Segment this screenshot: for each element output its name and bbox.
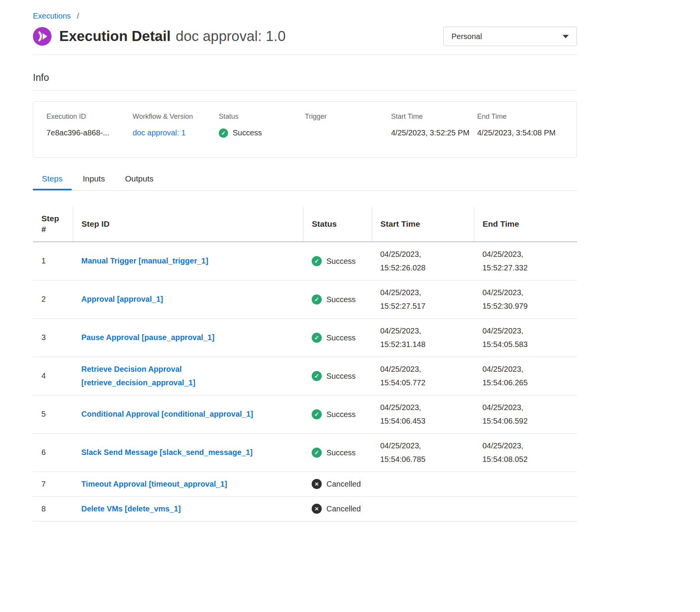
end-time-value: 4/25/2023, 3:54:08 PM	[477, 127, 557, 139]
workspace-dropdown-value: Personal	[451, 32, 482, 41]
info-label: End Time	[477, 113, 557, 121]
step-status-label: Success	[326, 410, 356, 419]
tab-inputs[interactable]: Inputs	[74, 174, 114, 190]
step-status-label: Success	[326, 256, 356, 266]
step-id-link[interactable]: Slack Send Message [slack_send_message_1…	[81, 448, 252, 456]
step-id-link[interactable]: Pause Approval [pause_approval_1]	[81, 333, 214, 342]
step-id-link[interactable]: Delete VMs [delete_vms_1]	[81, 504, 181, 513]
step-num-cell: 6	[33, 433, 73, 472]
status-value: Success	[233, 127, 262, 139]
tab-steps[interactable]: Steps	[33, 174, 72, 190]
step-id-link[interactable]: Manual Trigger [manual_trigger_1]	[81, 256, 208, 265]
steps-table: Step # Step ID Status Start Time End Tim…	[33, 207, 577, 521]
step-end-time	[474, 472, 577, 496]
success-check-icon	[312, 448, 322, 458]
page-content: Executions / Execution Detail doc approv…	[33, 0, 577, 521]
info-label: Status	[219, 113, 298, 121]
success-check-icon	[312, 256, 322, 266]
step-num-cell: 3	[33, 318, 73, 357]
info-divider	[33, 90, 577, 91]
step-id-link[interactable]: Approval [approval_1]	[81, 295, 163, 303]
step-end-time: 04/25/2023, 15:54:08.052	[474, 433, 577, 472]
step-status-label: Success	[326, 371, 356, 381]
step-start-time: 04/25/2023, 15:52:26.028	[372, 242, 474, 280]
step-status-label: Success	[326, 333, 356, 342]
step-end-time: 04/25/2023, 15:54:06.592	[474, 395, 577, 433]
workflow-version-link[interactable]: doc approval: 1	[133, 128, 186, 137]
tab-steps-label: Steps	[42, 174, 63, 183]
table-row: 5 Conditional Approval [conditional_appr…	[33, 395, 577, 433]
column-header-status: Status	[303, 207, 372, 242]
info-label: Workflow & Version	[133, 113, 212, 121]
cancelled-x-icon	[312, 504, 322, 514]
info-status: Status Success	[219, 113, 305, 146]
step-end-time: 04/25/2023, 15:54:06.265	[474, 357, 577, 395]
column-header-end-time: End Time	[474, 207, 577, 242]
title-divider	[33, 55, 577, 55]
step-end-time	[474, 496, 577, 521]
page-title-main: Execution Detail	[59, 28, 171, 44]
step-num-cell: 1	[33, 242, 73, 280]
chevron-down-icon	[563, 35, 569, 38]
breadcrumb-executions-link[interactable]: Executions	[33, 12, 71, 20]
breadcrumb: Executions /	[33, 12, 577, 21]
tab-outputs-label: Outputs	[125, 174, 154, 183]
breadcrumb-separator: /	[77, 12, 79, 20]
table-row: 6 Slack Send Message [slack_send_message…	[33, 433, 577, 472]
success-check-icon	[219, 128, 228, 138]
success-check-icon	[312, 333, 322, 343]
step-status-label: Success	[326, 448, 356, 457]
step-start-time: 04/25/2023, 15:54:06.453	[372, 395, 474, 433]
step-start-time	[372, 496, 474, 521]
table-row: 4 Retrieve Decision Approval [retrieve_d…	[33, 357, 577, 395]
success-check-icon	[312, 409, 322, 419]
info-workflow-version: Workflow & Version doc approval: 1	[133, 113, 219, 146]
column-header-step-num: Step #	[33, 207, 73, 242]
page-title: Execution Detail doc approval: 1.0	[59, 28, 286, 44]
cancelled-x-icon	[312, 479, 322, 489]
title-row: Execution Detail doc approval: 1.0 Perso…	[33, 27, 577, 46]
tab-outputs[interactable]: Outputs	[116, 174, 163, 190]
step-num-cell: 2	[33, 280, 73, 318]
detail-tabs: Steps Inputs Outputs	[33, 174, 577, 191]
step-status-label: Cancelled	[326, 504, 361, 513]
step-id-link[interactable]: Conditional Approval [conditional_approv…	[81, 410, 253, 418]
info-label: Trigger	[305, 113, 384, 121]
step-start-time	[372, 472, 474, 496]
step-end-time: 04/25/2023, 15:54:05.583	[474, 318, 577, 357]
steps-table-header-row: Step # Step ID Status Start Time End Tim…	[33, 207, 577, 242]
step-end-time: 04/25/2023, 15:52:27.332	[474, 242, 577, 280]
execution-info-card: Execution ID 7e8ac396-a868-... Workflow …	[33, 101, 577, 158]
column-header-step-id: Step ID	[73, 207, 303, 242]
tab-inputs-label: Inputs	[83, 174, 105, 183]
table-row: 3 Pause Approval [pause_approval_1] Succ…	[33, 318, 577, 357]
info-section-title: Info	[33, 72, 577, 83]
info-trigger: Trigger	[305, 113, 391, 146]
step-num-cell: 8	[33, 496, 73, 521]
page-title-subtitle: doc approval: 1.0	[176, 28, 286, 44]
info-label: Execution ID	[46, 113, 126, 121]
workflow-icon	[33, 27, 51, 46]
info-execution-id: Execution ID 7e8ac396-a868-...	[46, 113, 133, 146]
step-status-label: Success	[326, 295, 356, 304]
step-status-label: Cancelled	[326, 479, 361, 489]
info-start-time: Start Time 4/25/2023, 3:52:25 PM	[391, 113, 477, 146]
step-num-cell: 4	[33, 357, 73, 395]
start-time-value: 4/25/2023, 3:52:25 PM	[391, 127, 470, 139]
step-start-time: 04/25/2023, 15:54:05.772	[372, 357, 474, 395]
step-start-time: 04/25/2023, 15:54:06.785	[372, 433, 474, 472]
success-check-icon	[312, 371, 322, 381]
step-id-link[interactable]: Retrieve Decision Approval [retrieve_dec…	[81, 365, 196, 387]
column-header-start-time: Start Time	[372, 207, 474, 242]
step-num-cell: 5	[33, 395, 73, 433]
info-label: Start Time	[391, 113, 470, 121]
info-end-time: End Time 4/25/2023, 3:54:08 PM	[477, 113, 564, 146]
step-start-time: 04/25/2023, 15:52:27.517	[372, 280, 474, 318]
step-num-cell: 7	[33, 472, 73, 496]
step-id-link[interactable]: Timeout Approval [timeout_approval_1]	[81, 480, 227, 488]
success-check-icon	[312, 294, 322, 304]
workspace-dropdown[interactable]: Personal	[443, 27, 577, 46]
table-row: 7 Timeout Approval [timeout_approval_1] …	[33, 472, 577, 496]
step-start-time: 04/25/2023, 15:52:31.148	[372, 318, 474, 357]
table-row: 1 Manual Trigger [manual_trigger_1] Succ…	[33, 242, 577, 280]
